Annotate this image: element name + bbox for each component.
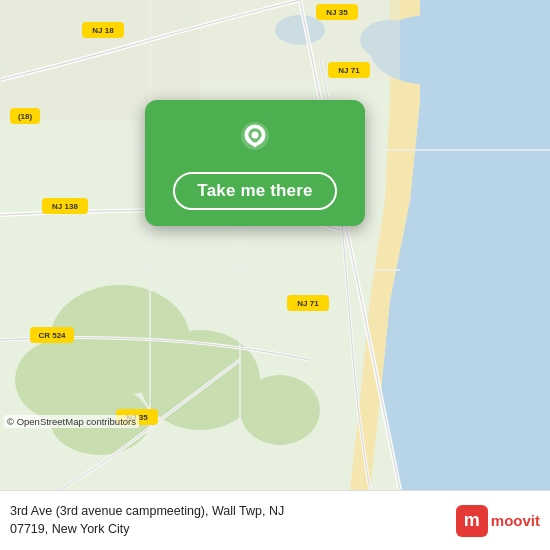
svg-point-10 [240,375,320,445]
svg-text:NJ 138: NJ 138 [52,202,78,211]
moovit-logo-mark: m [456,505,488,537]
osm-credit: © OpenStreetMap contributors [4,415,139,428]
svg-text:(18): (18) [18,112,33,121]
address-text: 3rd Ave (3rd avenue campmeeting), Wall T… [10,503,446,538]
map-popup: Take me there [145,100,365,226]
svg-text:NJ 35: NJ 35 [326,8,348,17]
map-container: NJ 35 NJ 18 (18) NJ 71 NJ 71 NJ 138 CR 5… [0,0,550,490]
location-pin-icon [233,118,277,162]
footer-bar: 3rd Ave (3rd avenue campmeeting), Wall T… [0,490,550,550]
svg-text:CR 524: CR 524 [38,331,66,340]
svg-text:NJ 71: NJ 71 [297,299,319,308]
moovit-logo: m moovit [456,505,540,537]
svg-point-37 [252,132,259,139]
svg-text:NJ 71: NJ 71 [338,66,360,75]
take-me-there-button[interactable]: Take me there [173,172,336,210]
svg-text:NJ 18: NJ 18 [92,26,114,35]
moovit-logo-text: moovit [491,512,540,529]
